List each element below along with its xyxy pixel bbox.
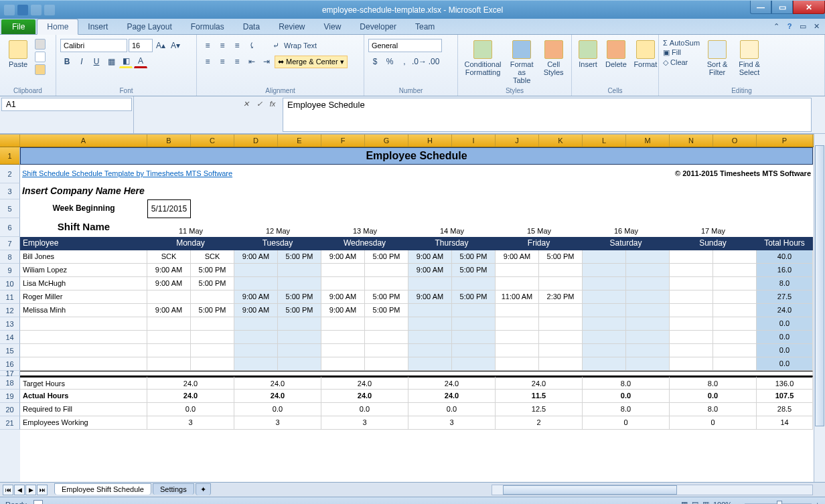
summary-value[interactable]: 3 xyxy=(408,416,496,430)
row-header[interactable]: 21 xyxy=(0,416,20,430)
shift-start[interactable]: 9:00 AM xyxy=(234,290,278,304)
currency-icon[interactable]: $ xyxy=(368,55,382,68)
shift-start[interactable] xyxy=(583,304,626,317)
header-day[interactable]: Monday xyxy=(147,237,234,250)
summary-total[interactable]: 28.5 xyxy=(757,403,813,416)
column-header[interactable]: H xyxy=(408,135,452,147)
shift-end[interactable]: 2:30 PM xyxy=(539,290,583,304)
summary-value[interactable]: 24.0 xyxy=(147,376,234,390)
shift-start[interactable]: 9:00 AM xyxy=(234,250,278,264)
summary-value[interactable]: 24.0 xyxy=(408,376,496,390)
row-header[interactable]: 5 xyxy=(0,199,20,218)
summary-value[interactable]: 8.0 xyxy=(670,403,757,416)
column-header[interactable]: B xyxy=(147,135,191,147)
shift-end[interactable] xyxy=(278,317,321,331)
header-day[interactable]: Tuesday xyxy=(234,237,321,250)
shift-end[interactable] xyxy=(452,277,496,290)
link-cell[interactable]: Shift Schedule Schedule Template by Time… xyxy=(20,165,452,183)
autosum-button[interactable]: ΣAutoSum xyxy=(663,39,700,47)
shift-start[interactable] xyxy=(234,357,278,371)
shift-end[interactable] xyxy=(278,277,321,290)
shift-end[interactable] xyxy=(539,317,583,331)
shift-start[interactable] xyxy=(670,344,713,357)
row-header[interactable]: 12 xyxy=(0,304,20,317)
next-sheet-icon[interactable]: ▶ xyxy=(25,485,36,495)
ribbon-tab-insert[interactable]: Insert xyxy=(78,19,117,34)
summary-value[interactable]: 0 xyxy=(583,416,670,430)
shift-end[interactable] xyxy=(278,357,321,371)
shift-end[interactable] xyxy=(452,331,496,344)
maximize-button[interactable]: ▭ xyxy=(771,1,793,14)
shift-start[interactable]: 9:00 AM xyxy=(147,277,191,290)
shift-end[interactable] xyxy=(539,277,583,290)
shift-end[interactable]: 5:00 PM xyxy=(278,304,321,317)
save-icon[interactable] xyxy=(17,5,28,15)
percent-icon[interactable]: % xyxy=(383,55,396,68)
shift-end[interactable] xyxy=(278,264,321,277)
shift-name-label[interactable]: Shift Name xyxy=(20,218,147,237)
row-header[interactable]: 11 xyxy=(0,290,20,304)
summary-value[interactable]: 0.0 xyxy=(147,403,234,416)
shift-start[interactable] xyxy=(496,331,539,344)
shift-start[interactable] xyxy=(583,344,626,357)
summary-value[interactable]: 3 xyxy=(321,416,408,430)
shift-end[interactable] xyxy=(626,331,670,344)
shift-start[interactable] xyxy=(670,357,713,371)
summary-value[interactable]: 24.0 xyxy=(321,376,408,390)
column-header[interactable]: I xyxy=(452,135,496,147)
row-header[interactable]: 17 xyxy=(0,371,20,376)
shift-end[interactable] xyxy=(539,344,583,357)
shift-start[interactable] xyxy=(321,264,365,277)
week-beginning-label[interactable]: Week Beginning xyxy=(20,199,147,218)
date-header[interactable]: 14 May xyxy=(408,218,496,237)
shift-end[interactable] xyxy=(713,250,757,264)
shift-start[interactable]: 9:00 AM xyxy=(408,250,452,264)
shift-start[interactable] xyxy=(321,277,365,290)
column-header[interactable]: L xyxy=(583,135,626,147)
format-cells-button[interactable]: Format xyxy=(632,39,659,70)
font-color-button[interactable]: A xyxy=(134,55,147,68)
summary-label[interactable]: Employees Working xyxy=(20,416,147,430)
total-hours[interactable]: 16.0 xyxy=(757,264,813,277)
header-total[interactable]: Total Hours xyxy=(757,237,813,250)
shift-end[interactable] xyxy=(365,331,408,344)
summary-value[interactable]: 12.5 xyxy=(496,403,583,416)
help-icon[interactable]: ? xyxy=(785,21,794,31)
sheet-tab-settings[interactable]: Settings xyxy=(153,483,194,495)
formula-input[interactable]: Employee Schedule xyxy=(283,98,812,132)
row-header[interactable]: 6 xyxy=(0,218,20,237)
shift-start[interactable] xyxy=(583,290,626,304)
row-header[interactable]: 16 xyxy=(0,357,20,371)
shift-start[interactable] xyxy=(408,304,452,317)
summary-value[interactable]: 24.0 xyxy=(234,390,321,403)
date-header[interactable]: 15 May xyxy=(496,218,583,237)
wrap-text-label[interactable]: Wrap Text xyxy=(284,41,317,50)
scrollbar-thumb[interactable] xyxy=(503,485,677,495)
total-hours[interactable]: 0.0 xyxy=(757,331,813,344)
decrease-decimal-icon[interactable]: .00 xyxy=(427,55,441,68)
ribbon-tab-view[interactable]: View xyxy=(315,19,351,34)
shift-end[interactable] xyxy=(539,304,583,317)
shift-start[interactable] xyxy=(670,290,713,304)
minimize-button[interactable]: — xyxy=(750,1,771,14)
shift-start[interactable] xyxy=(496,357,539,371)
decrease-font-icon[interactable]: A▾ xyxy=(169,39,182,52)
font-size-select[interactable] xyxy=(129,39,153,52)
header-day[interactable]: Saturday xyxy=(583,237,670,250)
shift-end[interactable] xyxy=(626,344,670,357)
shift-end[interactable] xyxy=(626,264,670,277)
shift-end[interactable]: 5:00 PM xyxy=(365,304,408,317)
total-hours[interactable]: 24.0 xyxy=(757,304,813,317)
total-hours[interactable]: 40.0 xyxy=(757,250,813,264)
column-header[interactable]: G xyxy=(365,135,408,147)
summary-value[interactable]: 0.0 xyxy=(583,390,670,403)
bold-button[interactable]: B xyxy=(60,55,74,68)
total-hours[interactable]: 0.0 xyxy=(757,317,813,331)
shift-end[interactable]: 5:00 PM xyxy=(452,290,496,304)
border-button[interactable]: ▦ xyxy=(104,55,118,68)
fx-icon[interactable]: fx xyxy=(267,98,279,110)
row-header[interactable]: 8 xyxy=(0,250,20,264)
column-header[interactable]: A xyxy=(20,135,147,147)
shift-end[interactable] xyxy=(191,290,234,304)
shift-start[interactable] xyxy=(147,290,191,304)
